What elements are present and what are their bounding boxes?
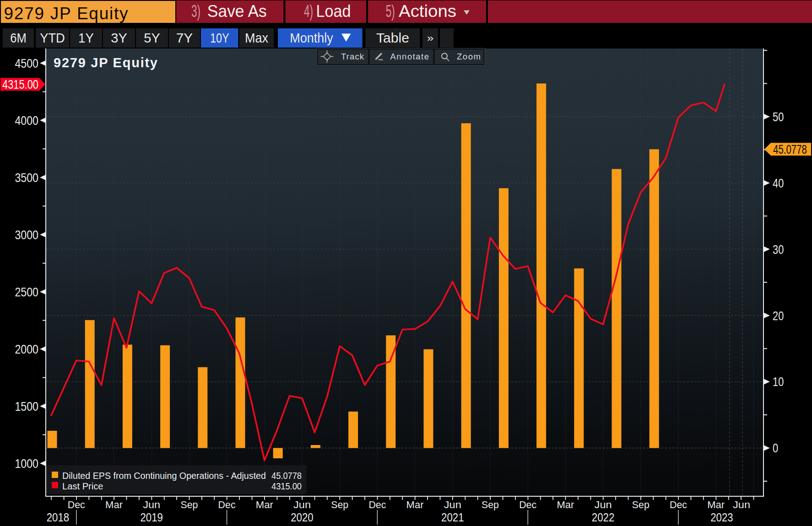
svg-text:6M: 6M (10, 30, 27, 45)
svg-text:45.0778: 45.0778 (271, 471, 302, 481)
svg-text:Mar: Mar (406, 499, 424, 510)
svg-text:Track: Track (341, 52, 364, 61)
svg-text:9279 JP Equity: 9279 JP Equity (4, 4, 129, 23)
svg-text:50: 50 (773, 110, 784, 124)
svg-text:0: 0 (773, 441, 778, 455)
svg-text:7Y: 7Y (176, 30, 193, 45)
svg-text:Jun: Jun (595, 499, 612, 510)
svg-text:3): 3) (191, 2, 200, 21)
svg-text:4315.00: 4315.00 (2, 78, 38, 91)
svg-text:Mar: Mar (256, 499, 273, 510)
svg-text:10Y: 10Y (210, 30, 229, 45)
svg-text:2022: 2022 (592, 510, 615, 524)
svg-text:Dec: Dec (670, 499, 687, 510)
svg-text:3000: 3000 (15, 228, 38, 242)
svg-text:2023: 2023 (710, 510, 733, 524)
svg-text:YTD: YTD (40, 30, 65, 45)
svg-text:4000: 4000 (15, 114, 38, 128)
svg-text:2500: 2500 (15, 285, 38, 299)
svg-text:Diluted EPS from Continuing Op: Diluted EPS from Continuing Operations -… (62, 471, 266, 481)
svg-text:1000: 1000 (15, 457, 38, 471)
svg-text:»: » (427, 32, 434, 44)
svg-text:3Y: 3Y (111, 30, 127, 45)
svg-text:Mar: Mar (105, 499, 123, 510)
svg-text:Dec: Dec (218, 499, 236, 510)
svg-text:2019: 2019 (140, 510, 163, 524)
svg-text:4): 4) (304, 2, 313, 21)
svg-text:40: 40 (773, 177, 784, 190)
svg-text:Mar: Mar (557, 499, 574, 510)
svg-text:Jun: Jun (293, 499, 311, 510)
svg-text:Sep: Sep (632, 499, 650, 510)
svg-text:Actions: Actions (399, 2, 456, 21)
svg-text:Dec: Dec (68, 499, 85, 510)
svg-text:4315.00: 4315.00 (271, 481, 302, 491)
svg-text:Save As: Save As (207, 2, 267, 21)
svg-text:Sep: Sep (180, 499, 198, 510)
svg-text:1500: 1500 (15, 400, 38, 413)
svg-text:45.0778: 45.0778 (773, 143, 807, 156)
svg-text:Last Price: Last Price (62, 481, 103, 491)
svg-text:Mar: Mar (707, 499, 725, 510)
svg-text:2021: 2021 (441, 510, 464, 524)
svg-text:Jun: Jun (733, 499, 750, 510)
svg-text:4500: 4500 (15, 57, 38, 70)
svg-text:Jun: Jun (143, 499, 160, 510)
svg-text:5): 5) (386, 2, 395, 21)
svg-text:2000: 2000 (15, 343, 38, 356)
svg-text:1Y: 1Y (78, 30, 94, 45)
svg-text:Table: Table (376, 30, 409, 45)
svg-text:Dec: Dec (368, 499, 386, 510)
svg-text:Max: Max (245, 30, 268, 45)
svg-text:Sep: Sep (331, 499, 348, 510)
svg-text:10: 10 (773, 375, 784, 389)
svg-text:Zoom: Zoom (457, 52, 481, 61)
svg-text:Jun: Jun (444, 499, 461, 510)
svg-text:5Y: 5Y (144, 30, 160, 45)
svg-text:3500: 3500 (15, 171, 38, 185)
svg-text:2020: 2020 (291, 510, 314, 524)
svg-text:Sep: Sep (482, 499, 499, 510)
svg-text:20: 20 (773, 309, 784, 323)
svg-text:Load: Load (316, 2, 351, 21)
svg-text:2018: 2018 (47, 510, 70, 524)
svg-text:Monthly: Monthly (290, 30, 333, 45)
svg-text:30: 30 (773, 243, 784, 257)
svg-text:Dec: Dec (519, 499, 536, 510)
